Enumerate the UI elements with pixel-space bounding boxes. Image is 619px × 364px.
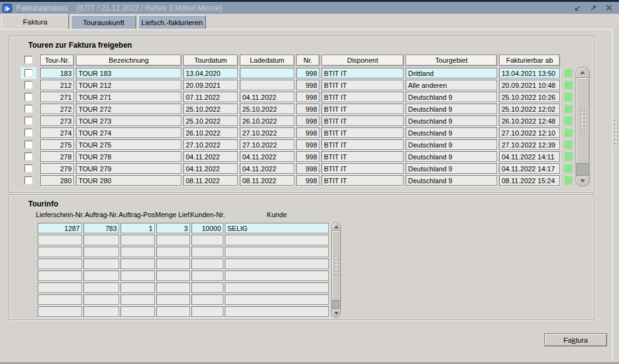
tour-row[interactable]: 212TOUR 21220.09.2021998BTIT ITAlle ande… <box>9 79 594 91</box>
cell-nr[interactable]: 998 <box>296 139 320 150</box>
maximize-icon[interactable]: ↗ <box>588 4 598 13</box>
tab-tourauskunft[interactable]: Tourauskunft <box>71 15 136 29</box>
cell-bezeichnung[interactable]: TOUR 271 <box>76 92 181 102</box>
cell-tourdatum[interactable]: 13.04.2020 <box>183 68 238 78</box>
cell-menge-lief[interactable]: 3 <box>156 223 190 233</box>
cell-kunde[interactable] <box>225 294 329 305</box>
cell-menge-lief[interactable] <box>156 306 190 317</box>
cell-tourdatum[interactable]: 07.11.2022 <box>183 92 238 102</box>
tour-row[interactable]: 183TOUR 18313.04.2020998BTIT ITDrittland… <box>9 67 594 79</box>
tourinfo-row[interactable] <box>9 294 594 306</box>
cell-ladedatum[interactable]: 04.11.2022 <box>240 163 294 174</box>
cell-ladedatum[interactable]: 25.10.2022 <box>240 104 294 114</box>
cell-tour-nr[interactable]: 280 <box>40 175 74 186</box>
cell-lieferschein-nr[interactable]: 1287 <box>38 223 82 233</box>
cell-ladedatum[interactable] <box>240 68 294 78</box>
cell-tourgebiet[interactable]: Alle anderen <box>406 80 497 90</box>
cell-bezeichnung[interactable]: TOUR 278 <box>76 151 181 162</box>
cell-auftrag-pos[interactable] <box>121 294 155 305</box>
tourinfo-scrollbar[interactable] <box>331 222 341 318</box>
cell-lieferschein-nr[interactable] <box>38 282 82 293</box>
cell-bezeichnung[interactable]: TOUR 274 <box>76 127 181 138</box>
cell-disponent[interactable]: BTIT IT <box>321 104 404 114</box>
row-checkbox[interactable] <box>24 176 33 185</box>
cell-tourgebiet[interactable]: Deutschland 9 <box>406 104 497 114</box>
scrollbar-track[interactable] <box>331 231 341 309</box>
cell-fakturierbar-ab[interactable]: 27.10.2022 12:39 <box>499 139 560 150</box>
cell-bezeichnung[interactable]: TOUR 212 <box>76 80 181 90</box>
cell-disponent[interactable]: BTIT IT <box>321 139 404 150</box>
tourinfo-row[interactable] <box>9 270 594 282</box>
cell-fakturierbar-ab[interactable]: 25.10.2022 12:02 <box>499 104 560 114</box>
close-icon[interactable]: ✕ <box>604 4 614 13</box>
cell-tourgebiet[interactable]: Deutschland 9 <box>406 175 497 186</box>
cell-nr[interactable]: 998 <box>296 127 320 138</box>
cell-tourgebiet[interactable]: Deutschland 9 <box>406 139 497 150</box>
cell-nr[interactable]: 998 <box>296 80 320 90</box>
cell-disponent[interactable]: BTIT IT <box>321 127 404 138</box>
cell-nr[interactable]: 998 <box>296 151 320 162</box>
cell-menge-lief[interactable] <box>156 259 190 269</box>
cell-menge-lief[interactable] <box>156 270 190 281</box>
cell-kunden-nr[interactable]: 10000 <box>191 223 223 233</box>
cell-disponent[interactable]: BTIT IT <box>321 175 404 186</box>
cell-disponent[interactable]: BTIT IT <box>321 151 404 162</box>
cell-fakturierbar-ab[interactable]: 04.11.2022 14:17 <box>499 163 560 174</box>
cell-disponent[interactable]: BTIT IT <box>321 163 404 174</box>
row-checkbox[interactable] <box>24 129 33 137</box>
tourinfo-row[interactable]: 12877831310000SELIG <box>9 222 594 234</box>
cell-kunde[interactable] <box>225 259 329 269</box>
tour-row[interactable]: 280TOUR 28008.11.202208.11.2022998BTIT I… <box>9 174 594 186</box>
scrollbar-thumb[interactable] <box>576 78 589 164</box>
cell-kunde[interactable] <box>225 306 329 317</box>
cell-lieferschein-nr[interactable] <box>38 247 82 257</box>
tour-row[interactable]: 275TOUR 27527.10.202227.10.2022998BTIT I… <box>9 139 594 151</box>
cell-fakturierbar-ab[interactable]: 13.04.2021 13:50 <box>499 68 560 78</box>
tour-row[interactable]: 274TOUR 27426.10.202227.10.2022998BTIT I… <box>9 127 594 139</box>
row-checkbox[interactable] <box>24 81 33 89</box>
cell-tour-nr[interactable]: 183 <box>40 68 74 78</box>
cell-ladedatum[interactable]: 26.10.2022 <box>240 115 294 126</box>
cell-fakturierbar-ab[interactable]: 08.11.2022 15:24 <box>499 175 560 186</box>
row-checkbox[interactable] <box>24 93 33 101</box>
cell-nr[interactable]: 998 <box>296 68 320 78</box>
cell-kunde[interactable] <box>225 235 329 245</box>
cell-auftrag-nr[interactable] <box>83 270 119 281</box>
cell-menge-lief[interactable] <box>156 294 190 305</box>
cell-lieferschein-nr[interactable] <box>38 270 82 281</box>
cell-tour-nr[interactable]: 274 <box>40 127 74 138</box>
cell-tour-nr[interactable]: 272 <box>40 104 74 114</box>
cell-bezeichnung[interactable]: TOUR 280 <box>76 175 181 186</box>
cell-tourdatum[interactable]: 25.10.2022 <box>183 115 238 126</box>
cell-disponent[interactable]: BTIT IT <box>321 80 404 90</box>
cell-auftrag-nr[interactable] <box>83 294 119 305</box>
tourinfo-row[interactable] <box>9 234 594 246</box>
cell-kunden-nr[interactable] <box>191 306 223 317</box>
row-checkbox[interactable] <box>24 117 33 125</box>
cell-bezeichnung[interactable]: TOUR 273 <box>76 115 181 126</box>
cell-tourdatum[interactable]: 04.11.2022 <box>183 163 238 174</box>
cell-tour-nr[interactable]: 212 <box>40 80 74 90</box>
cell-tourdatum[interactable]: 25.10.2022 <box>183 104 238 114</box>
cell-auftrag-pos[interactable] <box>121 247 155 257</box>
cell-bezeichnung[interactable]: TOUR 272 <box>76 104 181 114</box>
cell-fakturierbar-ab[interactable]: 26.10.2022 12:48 <box>499 115 560 126</box>
column-header-fakturierbar-ab[interactable]: Fakturierbar ab <box>499 55 560 66</box>
cell-auftrag-pos[interactable] <box>121 270 155 281</box>
cell-ladedatum[interactable]: 27.10.2022 <box>240 139 294 150</box>
tab-faktura[interactable]: Faktura <box>1 14 69 29</box>
cell-nr[interactable]: 998 <box>296 104 320 114</box>
cell-menge-lief[interactable] <box>156 247 190 257</box>
cell-bezeichnung[interactable]: TOUR 183 <box>76 68 181 78</box>
column-header-tourdatum[interactable]: Tourdatum <box>183 55 238 66</box>
freigeben-scrollbar[interactable] <box>576 67 589 186</box>
cell-auftrag-nr[interactable]: 783 <box>83 223 119 233</box>
cell-auftrag-nr[interactable] <box>83 259 119 269</box>
cell-auftrag-nr[interactable] <box>83 235 119 245</box>
faktura-button[interactable]: Faktura <box>544 333 607 346</box>
cell-tourgebiet[interactable]: Deutschland 9 <box>406 163 497 174</box>
cell-kunden-nr[interactable] <box>191 270 223 281</box>
scroll-up-button[interactable] <box>576 67 589 78</box>
column-header-tour-nr[interactable]: Tour-Nr. <box>40 55 74 66</box>
tab-liefsch-fakturieren[interactable]: Liefsch.-fakturieren <box>138 15 206 29</box>
